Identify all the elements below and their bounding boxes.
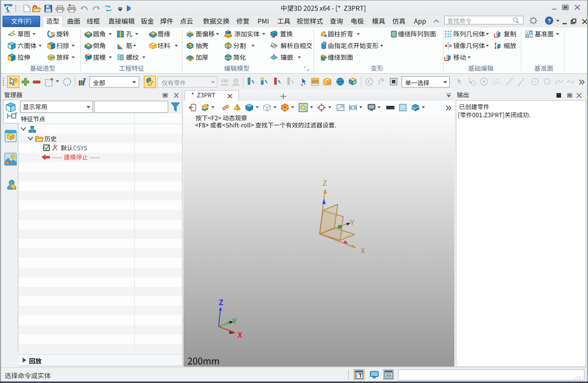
svg-text:x: x bbox=[56, 149, 58, 151]
svg-text:?: ? bbox=[547, 18, 551, 24]
svg-text:Y: Y bbox=[53, 144, 55, 147]
